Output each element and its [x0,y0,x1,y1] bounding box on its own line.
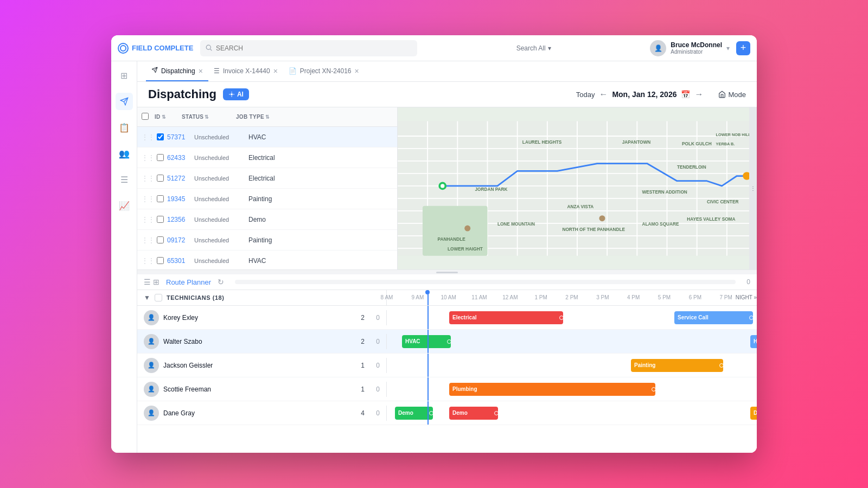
tech-info-1: 👤 Walter Szabo 2 0 [137,334,387,349]
row-checkbox-3[interactable] [157,195,164,202]
mode-button[interactable]: Mode [718,91,746,99]
row-id[interactable]: 57371 [167,133,194,141]
tech-name: Walter Szabo [163,338,356,345]
row-status: Unscheduled [194,237,248,243]
tech-row: 👤 Walter Szabo 2 0 HVACHVAC [137,330,757,354]
row-id[interactable]: 19345 [167,195,194,203]
schedule-area: ☰ ⊞ Route Planner ↻ 0 ▼ [137,274,757,453]
tab-close-invoice[interactable]: × [273,67,278,75]
map-svg: LAUREL HEIGHTS JAPANTOWN JORDAN PARK ANZ… [398,107,757,269]
table-row[interactable]: ⋮⋮ 19345 Unscheduled Painting [137,189,397,209]
job-block-0-1[interactable]: Service Call [674,311,753,324]
group-select-checkbox[interactable] [155,294,162,301]
sidebar-item-dispatching[interactable] [116,93,133,110]
night-label: NIGHT » [736,294,757,300]
map-expand-handle[interactable]: ⋮ [749,107,757,269]
tab-close-project[interactable]: × [355,67,359,75]
view-icons: ☰ ⊞ [144,278,159,286]
svg-text:LOWER NOB HILL: LOWER NOB HILL [716,132,751,137]
tab-project[interactable]: 📄 Project XN-24016 × [283,61,365,81]
route-planner-button[interactable]: Route Planner [166,278,211,286]
user-dropdown-icon[interactable]: ▾ [726,44,730,52]
timeline-minimap [235,280,736,284]
row-id[interactable]: 51272 [167,175,194,182]
ai-icon [228,91,235,98]
svg-text:TENDERLOIN: TENDERLOIN [677,165,706,170]
search-input[interactable] [216,44,412,52]
avatar: 👤 [650,40,666,56]
job-block-4-1[interactable]: Demo [449,407,498,420]
table-row[interactable]: ⋮⋮ 62433 Unscheduled Electrical [137,147,397,168]
job-block-2-0[interactable]: Painting [631,359,723,372]
drag-handle: ⋮⋮ [142,195,155,203]
top-bar: FIELD COMPLETE Search All ▾ 👤 Bruce McDo… [111,35,757,61]
table-row[interactable]: ⋮⋮ 57371 Unscheduled HVAC [137,127,397,147]
hour-label-4-PM: 4 PM [627,294,640,300]
sidebar-item-list[interactable]: ☰ [116,171,133,188]
sidebar-item-analytics[interactable]: 📈 [116,197,133,214]
list-view-icon[interactable]: ☰ [144,278,151,286]
job-block-1-0[interactable]: HVAC [402,335,451,348]
user-info: Bruce McDonnel Administrator [671,41,722,55]
sidebar: ⊞ 📋 👥 ☰ 📈 [111,61,137,453]
sidebar-item-documents[interactable]: 📋 [116,119,133,136]
ai-button[interactable]: AI [223,88,249,100]
row-id[interactable]: 62433 [167,154,194,162]
refresh-icon[interactable]: ↻ [218,278,224,286]
svg-text:PANHANDLE: PANHANDLE [438,237,466,242]
row-jobtype: HVAC [248,133,303,141]
main-layout: ⊞ 📋 👥 ☰ 📈 Dispatch [111,61,757,453]
tech-job-count: 2 [361,338,365,345]
sidebar-item-grid[interactable]: ⊞ [116,67,133,84]
row-status: Unscheduled [194,134,248,140]
row-checkbox-4[interactable] [157,216,164,223]
row-checkbox-6[interactable] [157,257,164,264]
hour-label-2-PM: 2 PM [565,294,578,300]
table-row[interactable]: ⋮⋮ 65301 Unscheduled HVAC [137,251,397,269]
calendar-icon[interactable]: 📅 [681,90,690,99]
add-button[interactable]: + [736,41,750,55]
search-bar[interactable] [200,40,417,56]
tech-group-header-inline: ▼ TECHNICIANS (18) [144,294,224,301]
job-block-4-2[interactable]: Demo [750,407,757,420]
collapse-chevron[interactable]: ▼ [144,294,150,301]
hour-label-11-AM: 11 AM [471,294,487,300]
table-row[interactable]: ⋮⋮ 09172 Unscheduled Painting [137,230,397,251]
job-block-0-0[interactable]: Electrical [449,311,563,324]
row-id[interactable]: 12356 [167,216,194,223]
row-id[interactable]: 09172 [167,236,194,244]
sidebar-item-team[interactable]: 👥 [116,145,133,162]
divider [137,270,757,274]
tab-close-dispatching[interactable]: × [199,67,203,75]
tab-invoice[interactable]: ☰ Invoice X-14440 × [208,61,283,81]
th-status: STATUS ⇅ [182,114,236,120]
tabs-bar: Dispatching × ☰ Invoice X-14440 × 📄 Proj… [137,61,757,82]
table-row[interactable]: ⋮⋮ 51272 Unscheduled Electrical [137,168,397,189]
job-block-3-0[interactable]: Plumbing [449,383,655,396]
job-block-1-1[interactable]: HVAC [750,335,757,348]
row-checkbox-2[interactable] [157,175,164,182]
logo-text: FIELD COMPLETE [132,44,193,52]
table-row[interactable]: ⋮⋮ 12356 Unscheduled Demo [137,209,397,230]
next-date-button[interactable]: → [694,89,703,99]
row-checkbox-1[interactable] [157,154,164,161]
tech-avatar: 👤 [144,334,159,349]
mode-icon [718,91,726,98]
row-checkbox-5[interactable] [157,236,164,243]
grid-view-icon[interactable]: ⊞ [153,278,159,286]
row-id[interactable]: 65301 [167,257,194,265]
select-all-checkbox[interactable] [142,113,149,120]
timeline-scroll[interactable]: ▼ TECHNICIANS (18) 8 AM9 AM10 AM11 AM12 … [137,290,757,453]
logo: FIELD COMPLETE [118,43,194,54]
svg-text:JORDAN PARK: JORDAN PARK [475,187,508,192]
th-id: ID ⇅ [155,114,182,120]
timeline-label-col: ▼ TECHNICIANS (18) [137,290,387,305]
tech-job-count: 1 [361,386,365,393]
svg-text:SOMA: SOMA [722,217,736,222]
svg-text:YERBA B.: YERBA B. [716,142,735,146]
tab-dispatching[interactable]: Dispatching × [146,61,208,81]
prev-date-button[interactable]: ← [599,89,608,99]
today-button[interactable]: Today [576,91,595,99]
search-all-button[interactable]: Search All ▾ [516,44,551,52]
row-checkbox-0[interactable] [157,133,164,140]
